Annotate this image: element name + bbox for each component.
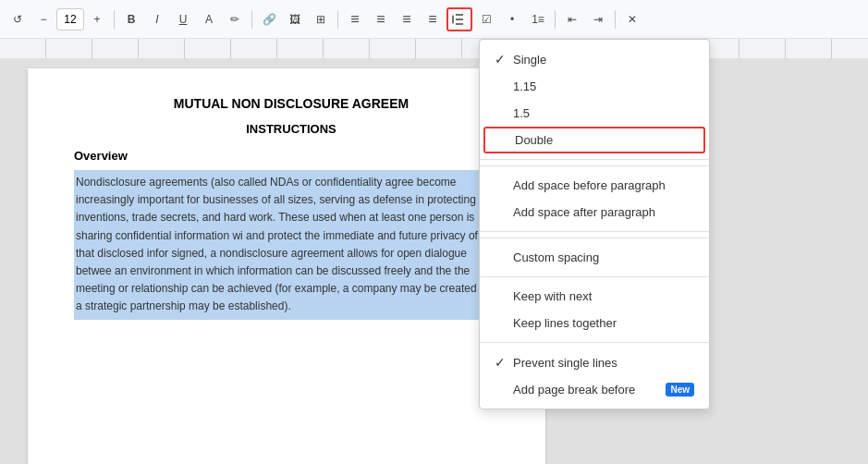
toolbar: ↺ − + B I U A ✏ 🔗 🖼 ⊞ ≡ ≡ ≡ ≡ ☑ • 1≡ ⇤ ⇥… [0, 0, 868, 39]
image-button[interactable]: 🖼 [283, 7, 307, 31]
font-size-increase-button[interactable]: + [85, 7, 109, 31]
align-right-button[interactable]: ≡ [395, 7, 419, 31]
menu-divider [480, 231, 709, 232]
check-icon-single: ✓ [495, 52, 513, 67]
svg-marker-4 [452, 22, 454, 24]
highlight-button[interactable]: ✏ [223, 7, 247, 31]
menu-item-add-space-before[interactable]: Add space before paragraph [480, 172, 709, 199]
checklist-button[interactable]: ☑ [474, 7, 498, 31]
separator-1 [114, 10, 115, 29]
menu-divider [480, 159, 709, 160]
check-icon-prevent-single-lines: ✓ [495, 355, 513, 370]
menu-item-add-page-break-before[interactable]: Add page break beforeNew [480, 376, 709, 403]
menu-label-double: Double [515, 133, 692, 147]
line-spacing-icon [451, 11, 468, 28]
font-size-input[interactable] [56, 8, 84, 31]
document-subtitle: INSTRUCTIONS [74, 122, 508, 136]
ruler-marks [0, 39, 868, 58]
numbered-list-button[interactable]: 1≡ [526, 7, 550, 31]
clear-format-button[interactable]: ✕ [620, 7, 644, 31]
menu-item-keep-with-next[interactable]: Keep with next [480, 283, 709, 310]
indent-increase-button[interactable]: ⇥ [586, 7, 610, 31]
menu-item-prevent-single-lines[interactable]: ✓Prevent single lines [480, 348, 709, 376]
bullet-list-button[interactable]: • [500, 7, 524, 31]
font-size-group: − + [31, 7, 109, 31]
undo-icon[interactable]: ↺ [6, 7, 30, 31]
menu-label-1-5: 1.5 [513, 106, 694, 120]
menu-item-double[interactable]: Double [483, 127, 705, 153]
align-center-button[interactable]: ≡ [369, 7, 393, 31]
line-spacing-button[interactable] [446, 7, 472, 31]
document-area: MUTUAL NON DISCLOSURE AGREEM INSTRUCTION… [0, 59, 868, 464]
ruler [0, 39, 868, 59]
document-page: MUTUAL NON DISCLOSURE AGREEM INSTRUCTION… [28, 68, 545, 464]
text-color-button[interactable]: A [197, 7, 221, 31]
menu-label-single: Single [513, 53, 694, 67]
separator-4 [555, 10, 556, 29]
new-badge: New [666, 383, 694, 397]
menu-label-1-15: 1.15 [513, 79, 694, 93]
svg-marker-3 [452, 15, 454, 17]
link-button[interactable]: 🔗 [257, 7, 281, 31]
menu-label-add-page-break-before: Add page break before [513, 383, 658, 397]
menu-item-add-space-after[interactable]: Add space after paragraph [480, 199, 709, 226]
separator-5 [615, 10, 616, 29]
menu-item-single[interactable]: ✓Single [480, 45, 709, 73]
menu-label-custom-spacing: Custom spacing [513, 250, 694, 264]
underline-button[interactable]: U [171, 7, 195, 31]
menu-label-add-space-before: Add space before paragraph [513, 178, 694, 192]
menu-label-add-space-after: Add space after paragraph [513, 205, 694, 219]
menu-divider [480, 165, 709, 166]
menu-item-1-15[interactable]: 1.15 [480, 73, 709, 100]
document-body: Nondisclosure agreements (also called ND… [74, 170, 499, 320]
separator-3 [337, 10, 338, 29]
align-left-button[interactable]: ≡ [343, 7, 367, 31]
indent-decrease-button[interactable]: ⇤ [560, 7, 584, 31]
insert-button[interactable]: ⊞ [309, 7, 333, 31]
line-spacing-dropdown: ✓Single1.151.5DoubleAdd space before par… [479, 39, 710, 409]
menu-label-keep-with-next: Keep with next [513, 289, 694, 303]
menu-divider [480, 238, 709, 238]
menu-label-prevent-single-lines: Prevent single lines [513, 356, 694, 370]
align-justify-button[interactable]: ≡ [421, 7, 445, 31]
menu-item-keep-lines-together[interactable]: Keep lines together [480, 310, 709, 336]
menu-item-1-5[interactable]: 1.5 [480, 100, 709, 127]
menu-label-keep-lines-together: Keep lines together [513, 316, 694, 330]
menu-item-custom-spacing[interactable]: Custom spacing [480, 244, 709, 271]
italic-button[interactable]: I [145, 7, 169, 31]
document-title: MUTUAL NON DISCLOSURE AGREEM [74, 96, 508, 111]
separator-2 [251, 10, 252, 29]
font-size-decrease-button[interactable]: − [31, 7, 55, 31]
menu-divider [480, 276, 709, 277]
section-title: Overview [74, 149, 508, 163]
menu-divider [480, 342, 709, 343]
bold-button[interactable]: B [119, 7, 143, 31]
